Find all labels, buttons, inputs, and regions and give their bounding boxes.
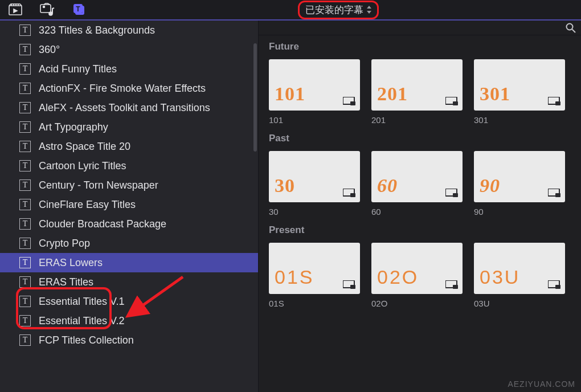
titles-sidebar: T323 Titles & BackgroundsT360°TAcid Funn… (0, 21, 259, 392)
sidebar-item-label: AleFX - Assets Toolkit and Transitions (39, 102, 210, 114)
sidebar-item[interactable]: TEssential Titles V.2 (0, 311, 258, 330)
title-type-icon: T (19, 218, 31, 230)
thumbnail-row: 303060609090 (269, 151, 571, 217)
svg-rect-24 (350, 285, 355, 289)
sidebar-item[interactable]: TERAS Lowers (0, 253, 258, 272)
title-type-icon: T (19, 63, 31, 75)
thumbnail-preview: 01S (269, 243, 360, 294)
sidebar-item[interactable]: TCartoon Lyric Titles (0, 156, 258, 175)
sidebar-item[interactable]: TEssential Titles V.1 (0, 292, 258, 311)
thumbnail-preview: 03U (474, 243, 565, 294)
thumbnail-label: 201 (371, 115, 463, 125)
sidebar-item[interactable]: T360° (0, 40, 258, 59)
sidebar-item[interactable]: TCineFlare Easy Titles (0, 195, 258, 214)
thumbnail-row: 01S01S02O02O03U03U (269, 243, 571, 308)
photos-audio-icon[interactable] (40, 2, 55, 17)
media-library-icon[interactable] (8, 2, 23, 17)
title-type-icon: T (19, 257, 31, 268)
title-type-icon: T (19, 238, 31, 249)
title-type-icon: T (19, 44, 31, 55)
title-type-icon: T (19, 276, 31, 288)
title-type-icon: T (19, 334, 31, 346)
monitor-icon (343, 97, 355, 106)
thumbnail-preview-text: 301 (480, 83, 510, 105)
thumbnail-label: 30 (269, 207, 360, 217)
thumbnail-item[interactable]: 201201 (371, 59, 463, 125)
thumbnail-preview: 02O (371, 243, 463, 294)
sidebar-item[interactable]: TAleFX - Assets Toolkit and Transitions (0, 98, 258, 117)
sidebar-item[interactable]: TArt Typography (0, 117, 258, 137)
section-title: Future (269, 41, 571, 52)
title-type-icon: T (19, 179, 31, 191)
thumbnail-preview-text: 90 (480, 175, 500, 197)
thumbnail-row: 101101201201301301 (269, 59, 571, 125)
titles-tab-icon[interactable]: T (72, 2, 87, 17)
search-icon[interactable] (564, 21, 578, 35)
thumbnail-preview: 90 (474, 151, 565, 202)
svg-rect-16 (555, 101, 560, 105)
dropdown-label: 已安装的字幕 (305, 3, 363, 17)
title-type-icon: T (19, 296, 31, 307)
thumbnail-item[interactable]: 301301 (474, 59, 565, 125)
thumbnail-label: 301 (474, 115, 565, 125)
svg-rect-12 (350, 101, 355, 105)
section-title: Present (269, 224, 571, 236)
svg-rect-22 (555, 193, 560, 197)
thumbnail-item[interactable]: 101101 (269, 59, 360, 125)
svg-rect-18 (350, 193, 355, 197)
svg-point-2 (43, 6, 45, 8)
title-type-icon: T (19, 83, 31, 94)
thumbnail-preview: 60 (371, 151, 463, 202)
sidebar-item-label: CineFlare Easy Titles (39, 199, 136, 211)
thumbnail-item[interactable]: 01S01S (269, 243, 360, 308)
preview-top-bar (259, 21, 581, 35)
title-type-icon: T (19, 24, 31, 36)
preview-panel: Future101101201201301301Past303060609090… (259, 21, 581, 392)
thumbnail-preview: 201 (371, 59, 463, 111)
sidebar-item[interactable]: T323 Titles & Backgrounds (0, 21, 258, 40)
sidebar-item-label: Cartoon Lyric Titles (39, 160, 126, 172)
title-type-icon: T (19, 315, 31, 326)
thumbnail-preview-text: 03U (480, 266, 520, 288)
sidebar-item[interactable]: TAcid Funny Titles (0, 59, 258, 79)
thumbnail-item[interactable]: 3030 (269, 151, 360, 217)
chevron-updown-icon (367, 6, 371, 14)
thumbnail-item[interactable]: 9090 (474, 151, 565, 217)
monitor-icon (548, 280, 560, 289)
sidebar-item-label: Clouder Broadcast Package (39, 218, 166, 230)
thumbnail-preview-text: 30 (275, 175, 295, 197)
sidebar-item[interactable]: TFCP Titles Collection (0, 330, 258, 350)
sidebar-item-label: ERAS Titles (39, 276, 93, 288)
svg-rect-26 (453, 285, 458, 289)
svg-point-9 (567, 23, 573, 30)
sidebar-item[interactable]: TCentury - Torn Newspaper (0, 175, 258, 195)
sidebar-item[interactable]: TCrypto Pop (0, 234, 258, 253)
thumbnail-preview: 301 (474, 59, 565, 111)
sidebar-item[interactable]: TActionFX - Fire Smoke Water Effects (0, 79, 258, 98)
preview-section: Future101101201201301301 (259, 35, 581, 127)
sidebar-item[interactable]: TAstro Space Title 20 (0, 137, 258, 156)
scrollbar-thumb[interactable] (253, 43, 257, 152)
thumbnail-label: 02O (371, 299, 463, 308)
section-title: Past (269, 133, 571, 144)
thumbnail-preview-text: 60 (377, 175, 398, 197)
sidebar-item-label: 360° (39, 44, 60, 56)
thumbnail-label: 01S (269, 299, 360, 308)
thumbnail-label: 03U (474, 299, 565, 308)
sidebar-item-label: Acid Funny Titles (39, 63, 117, 75)
thumbnail-preview-text: 201 (377, 83, 408, 105)
sidebar-item[interactable]: TClouder Broadcast Package (0, 214, 258, 234)
category-dropdown[interactable]: 已安装的字幕 (298, 1, 379, 19)
sidebar-item[interactable]: TERAS Titles (0, 272, 258, 292)
thumbnail-item[interactable]: 02O02O (371, 243, 463, 308)
thumbnail-label: 90 (474, 207, 565, 217)
thumbnail-item[interactable]: 03U03U (474, 243, 565, 308)
thumbnail-preview: 101 (269, 59, 360, 111)
monitor-icon (445, 189, 458, 198)
thumbnail-item[interactable]: 6060 (371, 151, 463, 217)
sidebar-item-label: 323 Titles & Backgrounds (39, 24, 155, 36)
title-type-icon: T (19, 160, 31, 172)
main-split: T323 Titles & BackgroundsT360°TAcid Funn… (0, 21, 581, 392)
sidebar-item-label: Essential Titles V.2 (39, 315, 124, 327)
preview-section: Past303060609090 (259, 127, 581, 219)
